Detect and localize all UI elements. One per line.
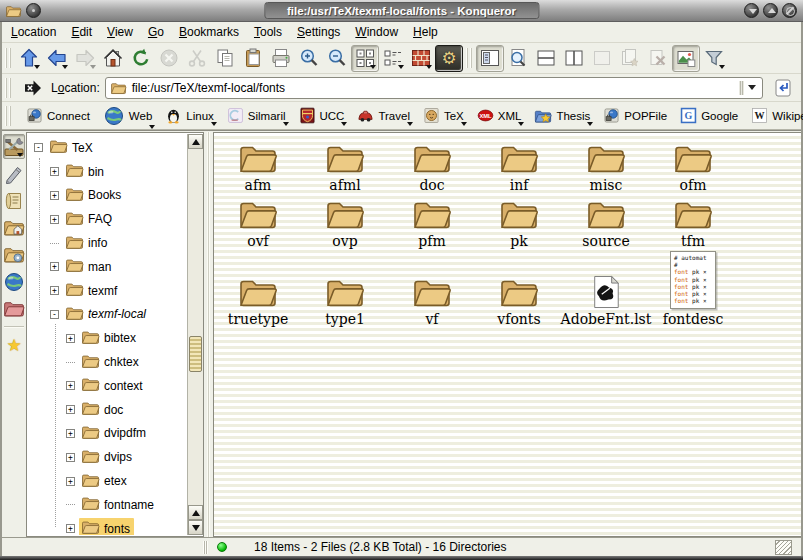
tree-expander-icon[interactable]: + [50, 286, 59, 295]
folder-pk[interactable]: pk [477, 195, 561, 249]
location-dropdown-arrow[interactable] [736, 78, 762, 98]
navigation-panel-button[interactable] [476, 45, 504, 72]
location-value[interactable]: file:/usr/TeX/texmf-local/fonts [132, 81, 731, 95]
menu-go[interactable]: Go [148, 25, 164, 39]
folder-vf[interactable]: vf [390, 249, 474, 327]
bricks-view-button[interactable] [407, 45, 435, 72]
location-toolbar-grip[interactable] [5, 78, 12, 98]
tree-expander-icon[interactable]: - [34, 143, 43, 152]
menu-help[interactable]: Help [413, 25, 438, 39]
bookmark-xml[interactable]: XMLXML [475, 106, 524, 125]
bookmark-thesis[interactable]: Thesis [532, 107, 592, 125]
tree-item-context[interactable]: +context [28, 374, 186, 398]
folder-afml[interactable]: afml [303, 139, 387, 193]
split-top-bottom-button[interactable] [532, 45, 560, 72]
gear-mode-button[interactable]: ⚙ [435, 45, 463, 72]
tree-item-texmf[interactable]: +texmf [28, 279, 186, 303]
tree-item-bibtex[interactable]: +bibtex [28, 326, 186, 350]
image-preview-button[interactable] [672, 45, 700, 72]
bookmark-google[interactable]: GGoogle [678, 106, 740, 125]
menu-window[interactable]: Window [355, 25, 398, 39]
toolbar-grip[interactable] [5, 48, 12, 68]
reload-button[interactable] [127, 45, 155, 72]
menu-tools[interactable]: Tools [254, 25, 282, 39]
bookmark-linux[interactable]: Linux [163, 106, 216, 125]
home-button[interactable] [99, 45, 127, 72]
folder-ovf[interactable]: ovf [216, 195, 300, 249]
bookmark-wikipedia[interactable]: WWikipedia [749, 106, 803, 125]
scroll-up-button-2[interactable] [188, 505, 203, 520]
location-input[interactable]: file:/usr/TeX/texmf-local/fonts [105, 77, 763, 99]
scrollbar-thumb[interactable] [189, 336, 202, 372]
tree-item-books[interactable]: +Books [28, 184, 186, 208]
folder-tfm[interactable]: tfm [651, 195, 735, 249]
bookmark-tex[interactable]: TeX [421, 106, 466, 125]
tree-item-fonts[interactable]: +fonts [28, 517, 186, 535]
bookmark-silmaril[interactable]: Silmaril [225, 106, 288, 125]
tree-item-dvipdfm[interactable]: +dvipdfm [28, 422, 186, 446]
folder-inf[interactable]: inf [477, 139, 561, 193]
sidebar-button-services[interactable] [3, 242, 25, 267]
tree-expander-icon[interactable]: + [66, 453, 75, 462]
file-fontdesc[interactable]: # automat#font pk ×font pk ×font pk ×fon… [651, 249, 735, 327]
zoom-out-button[interactable] [323, 45, 351, 72]
sidebar-button-annotate[interactable] [3, 161, 25, 186]
scroll-down-button[interactable] [188, 520, 203, 535]
zoom-in-button[interactable] [295, 45, 323, 72]
tree-expander-icon[interactable]: + [66, 429, 75, 438]
tree-expander-icon[interactable]: + [50, 215, 59, 224]
sidebar-button-bookmarks[interactable]: ★ [3, 333, 25, 358]
tree-scrollbar[interactable] [187, 134, 203, 535]
file-adobefnt.lst[interactable]: AdobeFnt.lst [564, 249, 648, 327]
tree-expander-icon[interactable]: + [66, 405, 75, 414]
folder-truetype[interactable]: truetype [216, 249, 300, 327]
folder-vfonts[interactable]: vfonts [477, 249, 561, 327]
sidebar-button-root-directory[interactable] [3, 296, 25, 321]
bookmark-web[interactable]: Web [101, 104, 154, 128]
copy-button[interactable] [211, 45, 239, 72]
icon-view-button[interactable] [351, 45, 379, 72]
folder-pfm[interactable]: pfm [390, 195, 474, 249]
tree-expander-icon[interactable]: + [50, 262, 59, 271]
menu-settings[interactable]: Settings [297, 25, 340, 39]
tree-expander-icon[interactable]: + [50, 191, 59, 200]
tree-expander-icon[interactable]: - [50, 310, 59, 319]
folder-misc[interactable]: misc [564, 139, 648, 193]
bookmark-ucc[interactable]: UCC [297, 106, 347, 125]
window-menu-button[interactable] [26, 3, 41, 18]
up-button[interactable] [15, 45, 43, 72]
tree-expander-icon[interactable]: + [66, 334, 75, 343]
close-button[interactable] [782, 3, 797, 18]
tree-item-chktex[interactable]: chktex [28, 350, 186, 374]
resize-grip-icon[interactable] [775, 540, 792, 555]
tree-item-faq[interactable]: +FAQ [28, 207, 186, 231]
folder-type1[interactable]: type1 [303, 249, 387, 327]
tree-item-info[interactable]: info [28, 231, 186, 255]
folder-afm[interactable]: afm [216, 139, 300, 193]
folder-doc[interactable]: doc [390, 139, 474, 193]
tree-expander-icon[interactable]: + [50, 167, 59, 176]
menu-view[interactable]: View [107, 25, 133, 39]
sidebar-button-configure[interactable] [3, 134, 25, 159]
tree-item-man[interactable]: +man [28, 255, 186, 279]
tree-expander-icon[interactable]: + [66, 477, 75, 486]
filter-button[interactable] [700, 45, 728, 72]
bookmarks-toolbar-grip[interactable] [5, 106, 12, 126]
tree-expander-icon[interactable]: + [66, 381, 75, 390]
bookmark-travel[interactable]: Travel [355, 106, 412, 125]
scroll-up-button[interactable] [188, 134, 203, 149]
tree-item-doc[interactable]: +doc [28, 398, 186, 422]
list-view-button[interactable] [379, 45, 407, 72]
bookmark-connect[interactable]: Connect [24, 106, 92, 125]
find-file-button[interactable] [504, 45, 532, 72]
sidebar-button-network[interactable] [3, 269, 25, 294]
titlebar[interactable]: file:/usr/TeX/texmf-local/fonts - Konque… [0, 0, 803, 22]
print-button[interactable] [267, 45, 295, 72]
back-button[interactable] [43, 45, 71, 72]
sidebar-button-home-directory[interactable] [3, 215, 25, 240]
tree-item-fontname[interactable]: fontname [28, 493, 186, 517]
tree-item-dvips[interactable]: +dvips [28, 445, 186, 469]
bookmark-popfile[interactable]: POPFile [601, 106, 669, 125]
menu-location[interactable]: Location [11, 25, 56, 39]
panel-splitter[interactable] [204, 132, 213, 537]
